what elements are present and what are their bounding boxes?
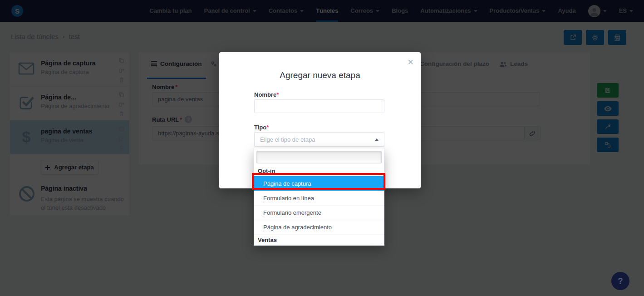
modal-title: Agregar nueva etapa xyxy=(219,70,421,80)
dropdown-group-optin: Opt-in xyxy=(254,166,384,176)
dropdown-option-thankyou-page[interactable]: Página de agradecimiento xyxy=(254,220,384,234)
close-icon[interactable]: × xyxy=(408,56,413,69)
modal-name-input[interactable] xyxy=(254,99,384,113)
help-launcher-button[interactable]: ? xyxy=(611,272,629,290)
chevron-up-icon xyxy=(375,138,379,141)
modal-type-label: Tipo* xyxy=(254,124,269,131)
help-question-mark: ? xyxy=(618,276,623,286)
dropdown-group-sales: Ventas xyxy=(254,234,384,245)
dropdown-option-capture-page[interactable]: Página de captura xyxy=(254,176,384,191)
app-root: S Cambia tu plan Panel de control Contac… xyxy=(0,0,644,296)
type-select-placeholder: Elige el tipo de etapa xyxy=(260,136,375,143)
dropdown-option-inline-form[interactable]: Formulario en línea xyxy=(254,191,384,205)
dropdown-empty-option[interactable] xyxy=(256,151,382,163)
required-asterisk: * xyxy=(276,91,279,98)
type-select[interactable]: Elige el tipo de etapa xyxy=(254,132,384,147)
dropdown-option-popup-form[interactable]: Formulario emergente xyxy=(254,205,384,220)
required-asterisk: * xyxy=(266,124,269,131)
type-dropdown: Opt-in Página de captura Formulario en l… xyxy=(254,148,384,246)
modal-name-label: Nombre* xyxy=(254,91,279,98)
